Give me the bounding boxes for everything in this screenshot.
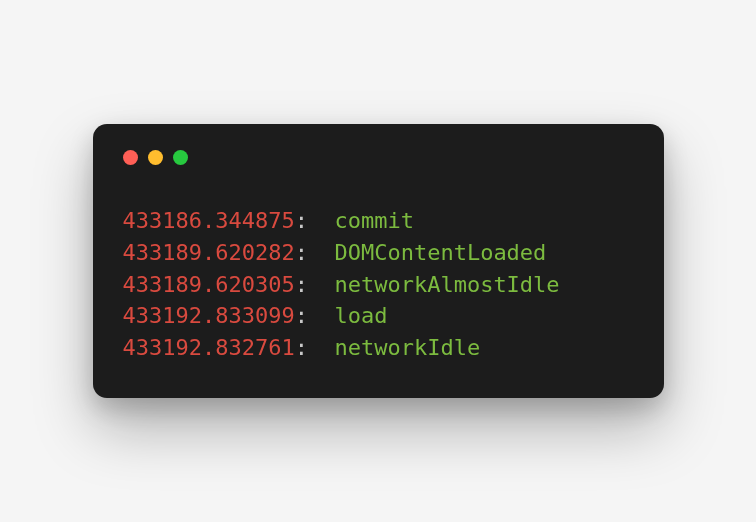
log-separator: : [295, 240, 335, 265]
log-separator: : [295, 208, 335, 233]
log-event: networkAlmostIdle [334, 272, 559, 297]
log-row: 433189.620282: DOMContentLoaded [123, 237, 636, 269]
log-separator: : [295, 303, 335, 328]
log-timestamp: 433192.833099 [123, 303, 295, 328]
log-timestamp: 433189.620305 [123, 272, 295, 297]
log-row: 433192.832761: networkIdle [123, 332, 636, 364]
log-row: 433192.833099: load [123, 300, 636, 332]
log-event: load [334, 303, 387, 328]
log-event: networkIdle [334, 335, 480, 360]
log-separator: : [295, 272, 335, 297]
minimize-icon[interactable] [148, 150, 163, 165]
log-row: 433186.344875: commit [123, 205, 636, 237]
close-icon[interactable] [123, 150, 138, 165]
terminal-window: 433186.344875: commit 433189.620282: DOM… [93, 124, 664, 398]
log-separator: : [295, 335, 335, 360]
window-controls [121, 148, 636, 165]
maximize-icon[interactable] [173, 150, 188, 165]
log-event: DOMContentLoaded [334, 240, 546, 265]
terminal-output: 433186.344875: commit 433189.620282: DOM… [121, 205, 636, 364]
log-row: 433189.620305: networkAlmostIdle [123, 269, 636, 301]
log-event: commit [334, 208, 413, 233]
log-timestamp: 433189.620282 [123, 240, 295, 265]
log-timestamp: 433192.832761 [123, 335, 295, 360]
log-timestamp: 433186.344875 [123, 208, 295, 233]
